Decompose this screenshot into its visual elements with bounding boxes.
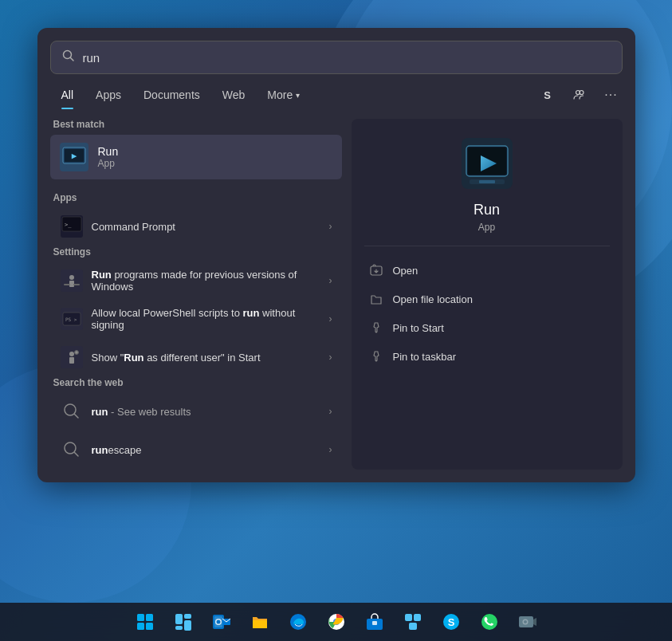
camera-icon[interactable] [512,606,544,638]
chevron-right-icon-2: › [329,275,332,286]
folder-icon [369,292,383,306]
pin-taskbar-icon [369,349,383,364]
start-button[interactable] [129,606,161,638]
svg-text:S: S [447,616,454,628]
tab-more[interactable]: More ▾ [256,84,311,106]
pin-start-icon [369,320,383,335]
whatsapp-icon[interactable] [474,606,505,638]
svg-rect-56 [405,614,412,621]
action-open[interactable]: Open [364,256,610,285]
edge-icon[interactable] [282,606,314,638]
open-label: Open [393,265,419,277]
powershell-settings-icon: PS > [60,307,84,331]
svg-rect-43 [184,620,191,631]
tab-all[interactable]: All [50,84,85,106]
svg-rect-44 [175,626,183,630]
network-icon[interactable] [397,606,429,638]
svg-line-27 [74,415,78,419]
svg-text:PS >: PS > [65,317,77,322]
best-match-item[interactable]: ▶ Run App [50,135,342,179]
run-app-icon: ▶ [60,143,88,171]
web-item-run[interactable]: run - See web results › [50,393,342,430]
web-run-label: run - See web results [92,406,329,418]
svg-rect-41 [175,614,183,624]
settings-section-label: Settings [50,246,342,258]
chevron-right-icon-4: › [329,352,332,363]
tab-apps[interactable]: Apps [84,84,132,106]
action-open-file-location[interactable]: Open file location [364,285,610,313]
chevron-down-icon: ▾ [296,91,300,100]
widgets-icon[interactable] [167,606,199,638]
svg-point-48 [216,620,220,624]
command-prompt-icon: >_ [60,214,84,238]
tab-documents[interactable]: Documents [132,84,211,106]
svg-rect-57 [414,614,421,621]
run-app-large-icon [458,135,516,192]
chevron-right-icon-3: › [329,313,332,324]
action-pin-start[interactable]: Pin to Start [364,313,610,342]
apps-item-command-prompt[interactable]: >_ Command Prompt › [50,208,342,245]
svg-rect-38 [146,614,153,621]
svg-point-28 [65,442,76,454]
right-panel: Run App Open Op [352,119,623,470]
svg-line-29 [74,453,78,457]
tab-web[interactable]: Web [211,84,257,106]
apps-section-label: Apps [50,192,342,203]
store-icon[interactable] [359,606,391,638]
tabs-bar: All Apps Documents Web More ▾ S [50,84,623,108]
svg-rect-37 [137,614,144,621]
best-match-name: Run [98,145,119,158]
svg-point-21 [69,352,74,356]
svg-rect-50 [253,620,267,628]
web-search-icon-1 [60,399,84,423]
outlook-icon[interactable] [206,606,238,638]
action-pin-taskbar[interactable]: Pin to taskbar [364,342,610,371]
web-search-icon-2 [60,438,84,462]
open-file-location-label: Open file location [393,293,473,305]
runescape-label: runescape [92,444,329,456]
search-panel: run All Apps Documents Web More ▾ S [37,28,635,482]
search-input[interactable]: run [83,51,611,65]
svg-rect-14 [69,281,74,287]
svg-point-61 [481,614,497,630]
search-bar[interactable]: run [50,41,623,74]
svg-rect-35 [479,180,495,183]
svg-rect-42 [184,614,191,619]
user-icon-button[interactable]: S [536,84,559,106]
command-prompt-label: Command Prompt [92,221,329,233]
svg-rect-8 [66,165,82,168]
svg-rect-16 [73,284,80,285]
svg-rect-40 [146,623,153,630]
compatibility-settings-icon [60,269,84,293]
right-app-type: App [364,222,610,233]
compatibility-label: Run programs made for previous versions … [92,269,329,293]
web-item-runescape[interactable]: runescape › [50,431,342,468]
main-content: Best match ▶ Run App [50,119,623,470]
chevron-right-icon: › [329,221,332,232]
more-options-icon[interactable]: ··· [600,84,623,106]
divider [364,246,610,246]
settings-item-run-as[interactable]: Show "Run as different user" in Start › [50,339,342,376]
settings-item-powershell[interactable]: PS > Allow local PowerShell scripts to r… [50,301,342,337]
web-section-label: Search the web [50,377,342,388]
svg-line-1 [70,58,73,61]
switch-user-icon[interactable] [568,84,591,106]
run-as-label: Show "Run as different user" in Start [92,352,329,364]
svg-point-13 [69,275,74,280]
best-match-info: Run App [98,145,119,169]
chevron-right-icon-5: › [329,406,332,417]
svg-rect-22 [69,357,74,364]
pin-start-label: Pin to Start [393,322,444,334]
run-as-settings-icon [60,345,84,369]
svg-text:▶: ▶ [71,151,77,161]
file-explorer-icon[interactable] [244,606,276,638]
svg-rect-58 [409,623,417,630]
skype-icon[interactable]: S [435,606,467,638]
settings-item-compatibility[interactable]: Run programs made for previous versions … [50,262,342,299]
pin-taskbar-label: Pin to taskbar [393,351,457,363]
best-match-type: App [98,158,119,169]
chrome-icon[interactable] [320,606,352,638]
svg-point-26 [65,404,76,415]
svg-text:>_: >_ [65,222,72,228]
svg-rect-39 [137,623,144,630]
